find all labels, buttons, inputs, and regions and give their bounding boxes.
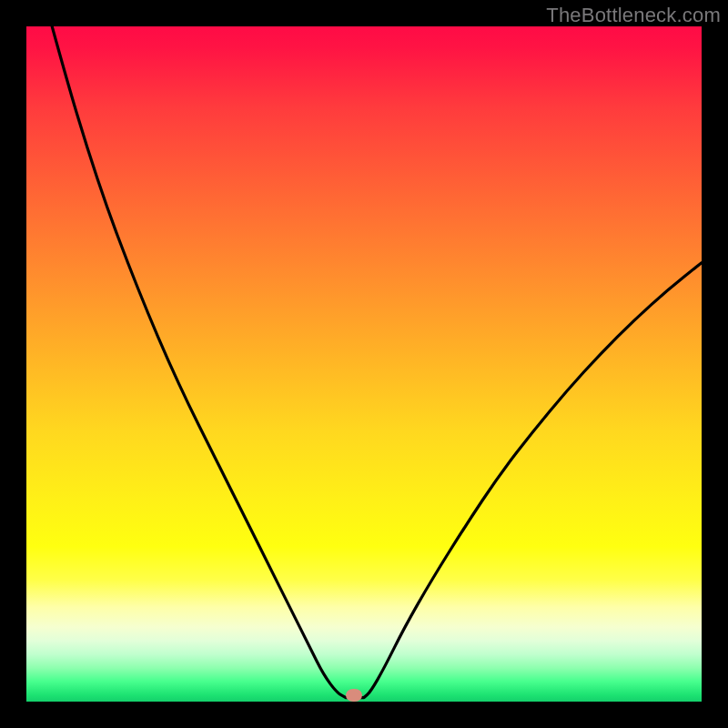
plot-area — [26, 26, 702, 702]
bottleneck-curve — [26, 26, 702, 702]
watermark-text: TheBottleneck.com — [546, 4, 721, 27]
optimal-marker — [346, 689, 362, 702]
curve-path — [52, 26, 702, 698]
chart-stage: TheBottleneck.com — [0, 0, 728, 728]
